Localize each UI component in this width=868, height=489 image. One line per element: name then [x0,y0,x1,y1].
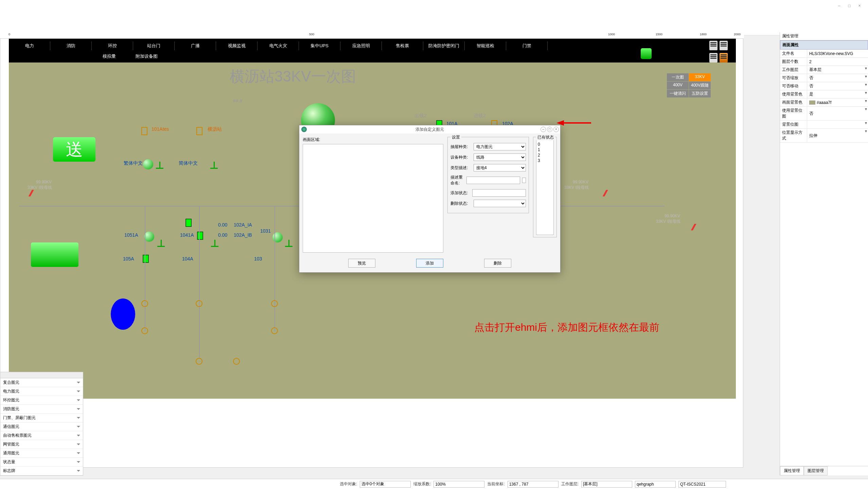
sg-cell-active[interactable]: 33KV [689,73,711,81]
nav-emerg[interactable]: 应急照明 [340,41,382,50]
nav-extra[interactable]: 附加设备图 [128,52,165,61]
nav-afc[interactable]: 售检票 [382,41,423,50]
breaker-closed[interactable] [185,219,192,227]
sys-field[interactable] [678,481,726,488]
dialog-titlebar[interactable]: 添加自定义图元 – □ × [299,125,560,133]
chevron-down-icon[interactable]: ▾ [864,90,868,98]
delstate-select[interactable] [474,200,526,207]
sel-value[interactable] [360,481,411,488]
palette-item[interactable]: 电力图元 [0,387,83,396]
preview-area[interactable] [303,144,443,253]
sg-cell[interactable]: 五防设置 [689,90,711,97]
prop-row[interactable]: 画面背景色 #aaaa7f▾ [780,98,868,107]
prop-value[interactable]: 2 [807,58,868,66]
chevron-down-icon[interactable]: ▾ [864,107,868,120]
nav-elecfire[interactable]: 电气火灾 [258,41,299,50]
chevron-down-icon[interactable]: ▾ [864,66,868,74]
palette-item[interactable]: 消防图元 [0,405,83,414]
palette-item[interactable]: 标志牌 [0,467,83,475]
coord-value[interactable] [508,481,559,488]
dialog-min-icon[interactable]: – [541,127,546,132]
state-list[interactable]: 0 1 2 3 [536,140,554,235]
nav-power[interactable]: 电力 [9,41,50,50]
zoom-value[interactable] [433,481,484,488]
nav-patrol[interactable]: 智能巡检 [465,41,506,50]
state-item[interactable]: 1 [538,147,552,152]
tab-props[interactable]: 属性管理 [780,466,804,475]
clipboard-icon[interactable] [709,41,718,50]
prop-value[interactable]: 否 [807,82,864,90]
song-button[interactable]: 送 [53,137,95,162]
add-button[interactable]: 添加 [416,259,443,268]
user-field[interactable] [635,481,676,488]
palette-item[interactable]: 复合图元 [0,378,83,387]
prop-value[interactable] [807,121,864,128]
sg-cell[interactable]: 400V [667,82,689,89]
chevron-down-icon[interactable]: ▾ [864,98,868,106]
prop-row[interactable]: 文件名HLS/33KVone-new.SVG [780,50,868,58]
palette-item[interactable]: 网管图元 [0,440,83,449]
nav-acs[interactable]: 门禁 [506,41,548,50]
chevron-down-icon[interactable]: ▾ [864,74,868,82]
prop-row[interactable]: 背景位图▾ [780,121,868,129]
delete-button[interactable]: 删除 [484,259,511,268]
prop-value[interactable]: #aaaa7f [807,98,864,106]
prop-row[interactable]: 图层个数2 [780,58,868,66]
prop-value[interactable]: 是 [807,90,864,98]
dialog-close-icon[interactable]: × [553,127,559,132]
prop-value[interactable]: 否 [807,74,864,82]
prop-value[interactable]: 基本层 [807,66,864,74]
nav-analog[interactable]: 模拟量 [90,52,128,61]
nav-psd[interactable]: 站台门 [133,41,175,50]
palette-item[interactable]: 门禁、屏蔽门图元 [0,414,83,422]
breaker-closed[interactable] [143,255,149,263]
palette-item[interactable]: 状态量 [0,458,83,467]
rename-checkbox[interactable] [522,178,526,183]
window-close[interactable]: × [854,3,865,10]
prop-row[interactable]: 可否缩放否▾ [780,74,868,82]
chevron-down-icon[interactable]: ▾ [864,121,868,128]
prop-row[interactable]: 使用背景色是▾ [780,90,868,98]
chevron-down-icon[interactable]: ▾ [864,82,868,90]
device-select[interactable]: 线路 [474,153,526,161]
palette-item[interactable]: 自动售检票图元 [0,431,83,440]
state-item[interactable]: 0 [538,142,552,147]
sg-cell[interactable]: 一键清闪 [667,90,689,97]
sg-cell[interactable]: 400V跟随 [689,82,711,89]
prop-row[interactable]: 工作图层基本层▾ [780,66,868,74]
state-item[interactable]: 2 [538,152,552,158]
nav-ups[interactable]: 集中UPS [299,41,340,50]
breaker-open[interactable] [196,127,202,135]
prop-row[interactable]: 可否移动否▾ [780,82,868,90]
addstate-input[interactable] [472,189,526,197]
type-select[interactable]: 电力图元 [474,143,526,150]
breaker-open[interactable] [141,127,147,135]
sg-cell[interactable]: 一次图 [667,73,689,81]
prop-value[interactable]: 否 [807,107,864,120]
tab-layers[interactable]: 图层管理 [804,466,828,475]
prop-value[interactable]: HLS/33KVone-new.SVG [807,50,868,57]
clipboard-icon[interactable] [709,53,718,62]
palette-item[interactable]: 通用图元 [0,449,83,458]
window-minimize[interactable]: – [834,3,844,10]
palette-item[interactable]: 环控图元 [0,396,83,405]
nav-env[interactable]: 环控 [92,41,133,50]
preview-button[interactable]: 预览 [348,259,375,268]
layer-value[interactable] [581,481,632,488]
prop-row[interactable]: 使用背景位图否▾ [780,107,868,121]
nav-flood[interactable]: 防淹防护密闭门 [423,41,465,50]
clipboard-orange-icon[interactable] [720,53,728,62]
palette-item[interactable]: 通信图元 [0,422,83,431]
desc-select[interactable]: 接地4 [474,164,526,171]
nav-cctv[interactable]: 视频监视 [216,41,258,50]
window-maximize[interactable]: □ [844,3,854,10]
dialog-max-icon[interactable]: □ [547,127,552,132]
state-item[interactable]: 3 [538,158,552,163]
clipboard-icon[interactable] [720,41,728,50]
palette-scrollbar[interactable] [0,372,83,378]
rename-input[interactable] [466,177,520,184]
nav-fire[interactable]: 消防 [50,41,92,50]
prop-row[interactable]: 位置显示方式拉伸▾ [780,129,868,143]
prop-value[interactable]: 拉伸 [807,129,864,142]
nav-pa[interactable]: 广播 [175,41,216,50]
